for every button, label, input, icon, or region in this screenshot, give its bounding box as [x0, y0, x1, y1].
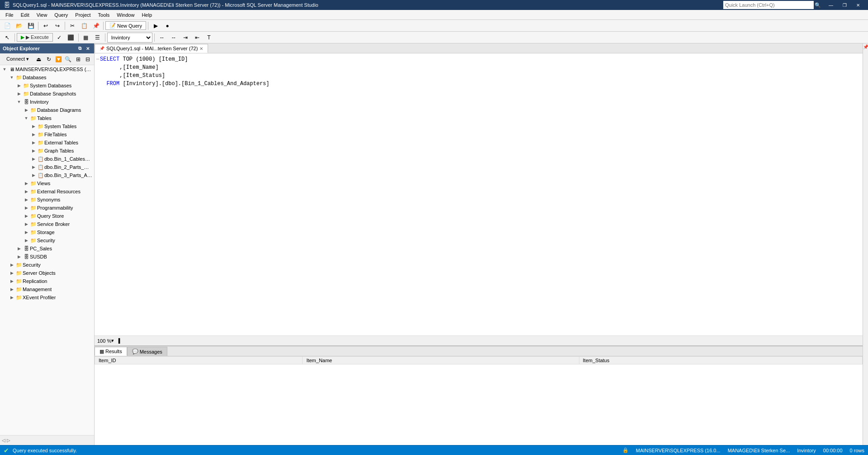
menu-help[interactable]: Help: [138, 11, 156, 19]
results-tab-messages[interactable]: 💬 Messages: [127, 347, 167, 356]
collapse-icon-1[interactable]: —: [96, 55, 99, 63]
tree-expander-dbdiagrams[interactable]: ▶: [23, 106, 30, 114]
tree-expander-security[interactable]: ▶: [8, 261, 15, 268]
close-button[interactable]: ✕: [852, 0, 864, 10]
tree-expander-systables[interactable]: ▶: [30, 123, 37, 130]
tree-item-invintory[interactable]: ▼🗄Invintory: [0, 98, 94, 106]
tb-results-text[interactable]: ☰: [92, 33, 103, 43]
menu-query[interactable]: Query: [51, 11, 71, 19]
tree-item-replication[interactable]: ▶📁Replication: [0, 277, 94, 285]
tree-expander-systemdbs[interactable]: ▶: [15, 82, 23, 89]
tree-expander-security_inv[interactable]: ▶: [23, 237, 30, 244]
menu-tools[interactable]: Tools: [95, 11, 114, 19]
tree-expander-synonyms[interactable]: ▶: [23, 196, 30, 203]
tree-expander-bin2[interactable]: ▶: [30, 163, 37, 171]
tb-debug[interactable]: ▶: [150, 21, 161, 31]
tree-expander-management[interactable]: ▶: [8, 286, 15, 293]
tree-expander-replication[interactable]: ▶: [8, 278, 15, 285]
tree-item-filetables[interactable]: ▶📁FileTables: [0, 130, 94, 139]
oe-search-button[interactable]: 🔍: [64, 54, 73, 64]
tb-redo[interactable]: ↪: [52, 21, 63, 31]
tree-expander-servicebroker[interactable]: ▶: [23, 220, 30, 228]
tree-item-susdb[interactable]: ▶🗄SUSDB: [0, 253, 94, 261]
oe-float-button[interactable]: ⧉: [76, 45, 83, 52]
tree-expander-bin1[interactable]: ▶: [30, 155, 37, 163]
tree-item-snapshots[interactable]: ▶📁Database Snapshots: [0, 90, 94, 98]
oe-collapse-button[interactable]: ⊟: [83, 54, 92, 64]
tb-breakpoint[interactable]: ●: [162, 21, 173, 31]
menu-project[interactable]: Project: [71, 11, 94, 19]
tb-indent[interactable]: ⇥: [180, 33, 191, 43]
tree-item-serverobjects[interactable]: ▶📁Server Objects: [0, 269, 94, 277]
sql-editor[interactable]: — SELECT TOP (1000) [Item_ID] — ,[Item_N…: [95, 53, 863, 335]
tb-comment[interactable]: --: [157, 33, 167, 43]
oe-connect-button[interactable]: Connect ▾: [2, 54, 33, 64]
tree-expander-storage[interactable]: ▶: [23, 229, 30, 236]
tree-expander-tables[interactable]: ▼: [23, 115, 30, 122]
tree-item-programmability[interactable]: ▶📁Programmability: [0, 204, 94, 212]
tree-item-servicebroker[interactable]: ▶📁Service Broker: [0, 220, 94, 228]
tree-item-bin1[interactable]: ▶📋dbo.Bin_1_Cables_And_A...: [0, 155, 94, 163]
tree-expander-extresources[interactable]: ▶: [23, 188, 30, 195]
search-icon[interactable]: 🔍: [815, 2, 821, 8]
oe-filter-button[interactable]: 🔽: [54, 54, 63, 64]
oe-refresh-button[interactable]: ↻: [44, 54, 53, 64]
tb-uncomment[interactable]: --: [168, 33, 179, 43]
tb-stop[interactable]: ⬛: [66, 33, 76, 43]
tree-expander-databases[interactable]: ▼: [8, 74, 15, 81]
tree-item-querystore[interactable]: ▶📁Query Store: [0, 212, 94, 220]
new-query-button[interactable]: 📝 New Query: [105, 21, 146, 30]
tree-expander-exttables[interactable]: ▶: [30, 139, 37, 146]
tree-expander-susdb[interactable]: ▶: [15, 253, 23, 260]
tb-cut[interactable]: ✂: [67, 21, 78, 31]
tree-expander-pcsales[interactable]: ▶: [15, 245, 23, 252]
menu-view[interactable]: View: [33, 11, 51, 19]
tree-expander-graphtables[interactable]: ▶: [30, 147, 37, 154]
minimize-button[interactable]: —: [825, 0, 837, 10]
tb-results-grid[interactable]: ▦: [81, 33, 91, 43]
tree-item-xevent[interactable]: ▶📁XEvent Profiler: [0, 293, 94, 302]
tree-item-management[interactable]: ▶📁Management: [0, 285, 94, 293]
tree-item-security_inv[interactable]: ▶📁Security: [0, 236, 94, 244]
tree-expander-server[interactable]: ▼: [1, 66, 8, 73]
tb-copy[interactable]: 📋: [79, 21, 90, 31]
execute-button[interactable]: ▶ ▶ Execute: [17, 33, 53, 42]
tree-expander-serverobjects[interactable]: ▶: [8, 269, 15, 277]
tb-trans[interactable]: T: [204, 33, 214, 43]
tb-save[interactable]: 💾: [25, 21, 36, 31]
tree-item-systables[interactable]: ▶📁System Tables: [0, 122, 94, 130]
tree-expander-querystore[interactable]: ▶: [23, 212, 30, 220]
tree-expander-programmability[interactable]: ▶: [23, 204, 30, 211]
tree-item-bin3[interactable]: ▶📋dbo.Bin_3_Parts_All_Oth...: [0, 171, 94, 179]
oe-disconnect-button[interactable]: ⏏: [34, 54, 43, 64]
tree-item-dbdiagrams[interactable]: ▶📁Database Diagrams: [0, 106, 94, 114]
tree-expander-invintory[interactable]: ▼: [15, 98, 23, 105]
tb-check[interactable]: ✓: [54, 33, 65, 43]
tree-expander-bin3[interactable]: ▶: [30, 172, 37, 179]
tb-cursor[interactable]: ↖: [2, 33, 13, 43]
database-dropdown[interactable]: Invintory PC_Sales SUSDB: [107, 33, 152, 43]
maximize-button[interactable]: ❐: [838, 0, 851, 10]
tree-item-pcsales[interactable]: ▶🗄PC_Sales: [0, 244, 94, 253]
tree-item-extresources[interactable]: ▶📁External Resources: [0, 187, 94, 196]
editor-tab-sqlquery1[interactable]: 📌 SQLQuery1.sql - MAI...terken Server (7…: [95, 44, 208, 53]
quick-launch-input[interactable]: [723, 1, 814, 9]
tree-expander-views[interactable]: ▶: [23, 180, 30, 187]
tb-new-file[interactable]: 📄: [2, 21, 13, 31]
tb-paste[interactable]: 📌: [90, 21, 101, 31]
tree-item-tables[interactable]: ▼📁Tables: [0, 114, 94, 122]
tree-item-databases[interactable]: ▼📁Databases: [0, 73, 94, 81]
tree-item-systemdbs[interactable]: ▶📁System Databases: [0, 81, 94, 90]
tree-item-server[interactable]: ▼🖥MAINSERVER\SQLEXPRESS (SQL Server...: [0, 65, 94, 73]
tree-item-security[interactable]: ▶📁Security: [0, 261, 94, 269]
menu-edit[interactable]: Edit: [17, 11, 33, 19]
tab-close-button[interactable]: ✕: [199, 46, 203, 51]
zoom-slider[interactable]: ▐: [117, 338, 120, 343]
tree-item-bin2[interactable]: ▶📋dbo.Bin_2_Parts_Cooling...: [0, 163, 94, 171]
tree-expander-filetables[interactable]: ▶: [30, 131, 37, 138]
tb-open[interactable]: 📂: [14, 21, 24, 31]
results-tab-results[interactable]: ▦ Results: [95, 347, 127, 356]
oe-close-button[interactable]: ✕: [84, 45, 91, 52]
tree-item-graphtables[interactable]: ▶📁Graph Tables: [0, 147, 94, 155]
tree-item-storage[interactable]: ▶📁Storage: [0, 228, 94, 236]
